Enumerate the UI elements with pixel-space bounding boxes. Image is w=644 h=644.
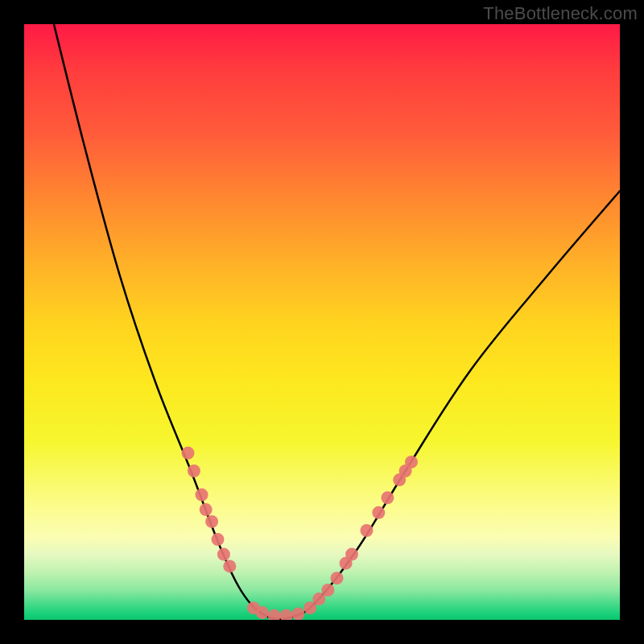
- svg-point-2: [196, 489, 208, 502]
- svg-point-10: [268, 609, 281, 620]
- svg-point-1: [188, 464, 200, 477]
- svg-point-11: [280, 609, 293, 620]
- svg-point-20: [372, 506, 385, 519]
- svg-point-18: [345, 548, 358, 561]
- plot-area: [24, 24, 620, 620]
- svg-point-24: [405, 456, 418, 469]
- svg-point-19: [361, 524, 374, 537]
- svg-point-7: [223, 559, 236, 572]
- svg-point-6: [217, 548, 230, 561]
- chart-frame: TheBottleneck.com: [0, 0, 644, 644]
- svg-point-12: [291, 608, 304, 620]
- svg-point-15: [321, 584, 334, 597]
- watermark-text: TheBottleneck.com: [483, 3, 638, 24]
- svg-point-21: [381, 491, 394, 504]
- svg-point-9: [256, 606, 269, 619]
- svg-point-8: [247, 601, 260, 614]
- svg-point-3: [200, 503, 213, 516]
- svg-point-14: [312, 592, 325, 605]
- svg-point-22: [393, 473, 406, 486]
- svg-point-16: [331, 572, 344, 584]
- svg-point-23: [399, 464, 412, 477]
- svg-point-13: [303, 601, 316, 614]
- svg-point-0: [182, 447, 195, 460]
- svg-point-4: [205, 515, 218, 528]
- svg-point-5: [212, 533, 225, 546]
- svg-point-17: [340, 557, 353, 570]
- chart-svg: [24, 24, 620, 620]
- curve-line: [48, 24, 620, 619]
- curve-markers: [182, 447, 419, 620]
